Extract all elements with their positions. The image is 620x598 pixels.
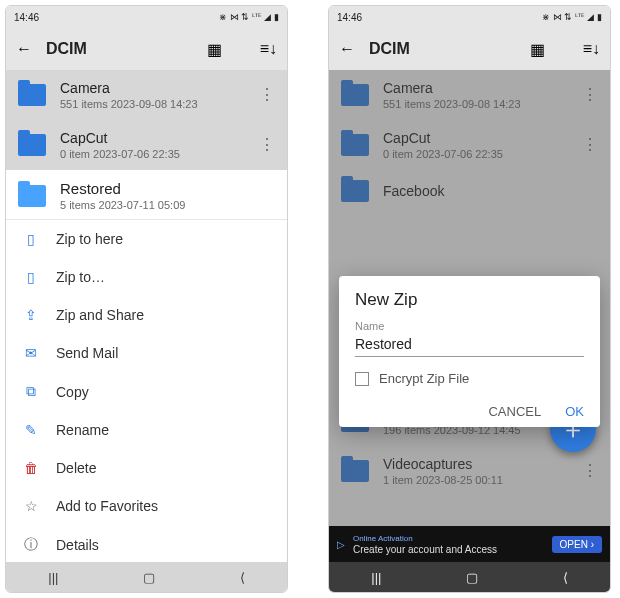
menu-label: Add to Favorites — [56, 498, 158, 514]
menu-delete[interactable]: 🗑 Delete — [6, 449, 287, 487]
menu-label: Copy — [56, 384, 89, 400]
encrypt-row[interactable]: Encrypt Zip File — [355, 371, 584, 386]
dimmed-folder-list: Camera 551 items 2023-09-08 14:23 ⋮ CapC… — [6, 70, 287, 170]
folder-name: Camera — [60, 80, 245, 96]
ad-cta-label: OPEN — [560, 539, 588, 550]
nav-home[interactable]: ▢ — [466, 570, 478, 585]
back-icon[interactable]: ← — [16, 40, 32, 58]
menu-send-mail[interactable]: ✉ Send Mail — [6, 334, 287, 372]
context-sheet: Restored 5 items 2023-07-11 05:09 ▯ Zip … — [6, 170, 287, 562]
ad-close-icon[interactable]: ▷ — [337, 539, 345, 550]
menu-rename[interactable]: ✎ Rename — [6, 411, 287, 449]
menu-zip-share[interactable]: ⇪ Zip and Share — [6, 296, 287, 334]
phone-left: 14:46 ⋇ ⋈ ⇅ ᴸᵀᴱ ◢ ▮ ← DCIM ▦ ≡↓ Camera 5… — [5, 5, 288, 593]
cancel-button[interactable]: CANCEL — [488, 404, 541, 419]
system-nav: ||| ▢ ⟨ — [329, 562, 610, 592]
folder-icon — [18, 84, 46, 106]
appbar-title: DCIM — [369, 40, 410, 58]
back-icon[interactable]: ← — [339, 40, 355, 58]
folder-row[interactable]: CapCut 0 item 2023-07-06 22:35 ⋮ — [6, 120, 287, 170]
selected-folder-name: Restored — [60, 180, 275, 197]
menu-label: Zip to… — [56, 269, 105, 285]
encrypt-checkbox[interactable] — [355, 372, 369, 386]
nav-recent[interactable]: ||| — [371, 570, 381, 585]
more-icon[interactable]: ⋮ — [259, 143, 275, 147]
status-time: 14:46 — [14, 12, 39, 23]
status-right: ⋇ ⋈ ⇅ ᴸᵀᴱ ◢ ▮ — [542, 12, 602, 22]
folder-name: CapCut — [60, 130, 245, 146]
folder-subtitle: 551 items 2023-09-08 14:23 — [60, 98, 245, 110]
system-nav: ||| ▢ ⟨ — [6, 562, 287, 592]
ad-banner[interactable]: ▷ Online Activation Create your account … — [329, 526, 610, 562]
menu-add-favorite[interactable]: ☆ Add to Favorites — [6, 487, 287, 525]
menu-details[interactable]: ⓘ Details — [6, 525, 287, 562]
ok-button[interactable]: OK — [565, 404, 584, 419]
more-icon[interactable]: ⋮ — [259, 93, 275, 97]
menu-label: Send Mail — [56, 345, 118, 361]
rename-icon: ✎ — [22, 422, 40, 438]
menu-label: Delete — [56, 460, 96, 476]
info-icon: ⓘ — [22, 536, 40, 554]
app-bar: ← DCIM ▦ ≡↓ — [329, 28, 610, 70]
encrypt-label: Encrypt Zip File — [379, 371, 469, 386]
status-bar: 14:46 ⋇ ⋈ ⇅ ᴸᵀᴱ ◢ ▮ — [329, 6, 610, 28]
trash-icon: 🗑 — [22, 460, 40, 476]
share-icon: ⇪ — [22, 307, 40, 323]
nav-back[interactable]: ⟨ — [563, 570, 568, 585]
ad-line1: Online Activation — [353, 533, 544, 544]
copy-icon: ⧉ — [22, 383, 40, 400]
sort-icon[interactable]: ≡↓ — [260, 40, 277, 58]
folder-subtitle: 0 item 2023-07-06 22:35 — [60, 148, 245, 160]
name-label: Name — [355, 320, 584, 332]
view-grid-icon[interactable]: ▦ — [207, 40, 222, 59]
status-bar: 14:46 ⋇ ⋈ ⇅ ᴸᵀᴱ ◢ ▮ — [6, 6, 287, 28]
status-time: 14:46 — [337, 12, 362, 23]
dialog-title: New Zip — [355, 290, 584, 310]
ad-line2: Create your account and Access — [353, 544, 544, 555]
mail-icon: ✉ — [22, 345, 40, 361]
sort-icon[interactable]: ≡↓ — [583, 40, 600, 58]
menu-label: Zip to here — [56, 231, 123, 247]
menu-label: Rename — [56, 422, 109, 438]
sheet-header: Restored 5 items 2023-07-11 05:09 — [6, 170, 287, 215]
folder-icon — [18, 134, 46, 156]
zip-to-icon: ▯ — [22, 269, 40, 285]
status-right: ⋇ ⋈ ⇅ ᴸᵀᴱ ◢ ▮ — [219, 12, 279, 22]
ad-open-button[interactable]: OPEN › — [552, 536, 602, 553]
nav-back[interactable]: ⟨ — [240, 570, 245, 585]
app-bar: ← DCIM ▦ ≡↓ — [6, 28, 287, 70]
nav-recent[interactable]: ||| — [48, 570, 58, 585]
view-grid-icon[interactable]: ▦ — [530, 40, 545, 59]
zip-name-input[interactable] — [355, 334, 584, 357]
folder-row[interactable]: Camera 551 items 2023-09-08 14:23 ⋮ — [6, 70, 287, 120]
zip-icon: ▯ — [22, 231, 40, 247]
selected-folder-sub: 5 items 2023-07-11 05:09 — [60, 199, 275, 211]
star-icon: ☆ — [22, 498, 40, 514]
new-zip-dialog: New Zip Name Encrypt Zip File CANCEL OK — [339, 276, 600, 427]
appbar-title: DCIM — [46, 40, 87, 58]
nav-home[interactable]: ▢ — [143, 570, 155, 585]
menu-label: Zip and Share — [56, 307, 144, 323]
phone-right: 14:46 ⋇ ⋈ ⇅ ᴸᵀᴱ ◢ ▮ ← DCIM ▦ ≡↓ Camera 5… — [328, 5, 611, 593]
menu-zip-to[interactable]: ▯ Zip to… — [6, 258, 287, 296]
menu-label: Details — [56, 537, 99, 553]
folder-icon — [18, 185, 46, 207]
menu-zip-here[interactable]: ▯ Zip to here — [6, 220, 287, 258]
menu-copy[interactable]: ⧉ Copy — [6, 372, 287, 411]
